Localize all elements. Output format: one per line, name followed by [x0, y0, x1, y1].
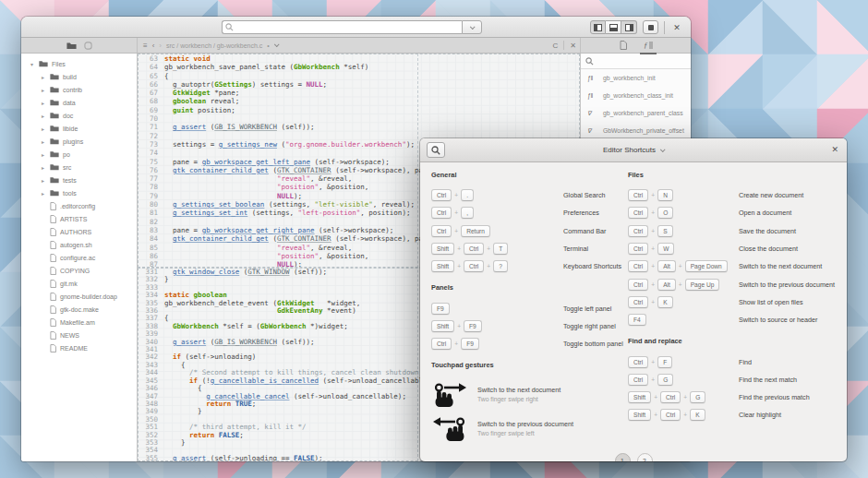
tree-row[interactable]: ▸plugins [21, 135, 137, 148]
tree-row[interactable]: gnome-builder.doap [21, 290, 137, 303]
key-combo: Ctrl+Return [431, 225, 563, 237]
toggle-bottom-panel-button[interactable] [606, 20, 621, 34]
tree-row[interactable]: ▸libide [21, 122, 137, 135]
shortcut-label: Command Bar [563, 227, 606, 235]
variable-icon: ∇ [587, 110, 599, 117]
section-title: General [431, 166, 617, 181]
tree-row[interactable]: gtk-doc.make [21, 303, 137, 316]
symbol-row[interactable]: ƒ‖gb_workbench_class_init [581, 87, 691, 104]
tree-row[interactable]: ▸build [21, 70, 137, 83]
plus-separator: + [651, 245, 655, 252]
tree-row[interactable]: ▸tests [21, 173, 137, 186]
keycap: Ctrl [628, 189, 648, 201]
tab-documents[interactable] [618, 38, 629, 53]
close-view-button[interactable]: ✕ [570, 42, 576, 50]
line-number: 74 [139, 149, 163, 157]
code-line: 69 guint position; [139, 106, 579, 114]
expander-icon[interactable]: ▸ [40, 87, 46, 93]
keycap: G [657, 374, 673, 386]
symbol-row[interactable]: ∇gb_workbench_parent_class [581, 104, 691, 122]
tree-row[interactable]: ARTISTS [21, 212, 137, 225]
tree-label: contrib [63, 87, 82, 93]
symbols-panel-header: ƒ [580, 38, 691, 53]
code-text: pane = gb_workspace_get_left_pane (self-… [163, 158, 390, 166]
toggle-right-panel-button[interactable] [621, 20, 637, 34]
expander-icon[interactable]: ▸ [40, 125, 46, 132]
section-title: Touchpad gestures [431, 353, 617, 371]
tree-row[interactable]: COPYING [21, 264, 137, 277]
symbol-row[interactable]: ƒ‖gb_workbench_init [581, 69, 691, 87]
window-close-button[interactable]: ✕ [670, 23, 683, 32]
gesture-text: Switch to the previous documentTwo finge… [477, 420, 573, 436]
breadcrumb[interactable]: src / workbench / gb-workbench.c [166, 42, 262, 49]
expander-icon[interactable]: ▸ [40, 138, 46, 145]
search-dropdown-button[interactable] [462, 20, 482, 34]
tree-row[interactable]: Makefile.am [21, 316, 137, 329]
keycap: F4 [628, 314, 646, 326]
tree-row[interactable]: ▸contrib [21, 83, 137, 96]
keycap: Ctrl [628, 225, 648, 237]
tree-label: Makefile.am [60, 319, 95, 326]
tree-label: ARTISTS [60, 216, 87, 222]
tree-row[interactable]: ▸tools [21, 186, 137, 199]
nav-forward-icon[interactable]: › [159, 42, 162, 50]
plus-separator: + [454, 228, 458, 234]
tree-row-root[interactable]: ▾Files [21, 57, 137, 70]
tree-row[interactable]: NEWS [21, 329, 137, 341]
expander-icon[interactable]: ▸ [40, 190, 46, 197]
app-menu-button[interactable] [643, 20, 658, 34]
code-text: GdkEventAny *event) [163, 307, 356, 315]
search-input[interactable] [222, 20, 462, 34]
project-tree-icon[interactable] [66, 42, 77, 50]
dialog-title: Editor Shortcuts [603, 146, 656, 154]
view-menu-icon[interactable]: ≡ [143, 42, 148, 50]
shortcut-row: Ctrl+ReturnCommand Bar [431, 222, 617, 240]
document-icon [620, 41, 627, 50]
tree-row[interactable]: README [21, 341, 137, 354]
line-number: 69 [139, 106, 163, 114]
code-text: g_assert (self->unloading == FALSE); [163, 455, 323, 461]
tree-row[interactable]: AUTHORS [21, 225, 137, 238]
keycap: Ctrl [628, 207, 648, 219]
breadcrumb-chevron-icon[interactable] [274, 42, 280, 47]
page-button-2[interactable]: 2 [637, 453, 653, 461]
gesture-text: Switch to the next documentTwo finger sw… [477, 386, 561, 402]
tree-row[interactable]: configure.ac [21, 251, 137, 264]
file-icon [50, 254, 56, 262]
tree-label: plugins [63, 138, 83, 145]
expander-icon[interactable]: ▸ [40, 113, 46, 119]
device-icon[interactable] [84, 42, 92, 50]
tree-row[interactable]: autogen.sh [21, 238, 137, 251]
nav-back-icon[interactable]: ‹ [152, 42, 155, 50]
right-panel-icon [625, 24, 633, 31]
folder-icon [50, 189, 59, 197]
toggle-left-panel-button[interactable] [590, 20, 606, 34]
dialog-title-button[interactable]: Editor Shortcuts [603, 146, 664, 154]
dialog-close-button[interactable]: ✕ [831, 145, 838, 154]
keycap: Ctrl [431, 207, 452, 219]
tab-symbols[interactable]: ƒ [642, 38, 655, 53]
symbol-search[interactable] [581, 54, 691, 69]
shortcut-search-button[interactable] [427, 142, 445, 158]
tree-label: gnome-builder.doap [60, 293, 117, 300]
keycap: Shift [431, 243, 454, 255]
expander-icon[interactable]: ▸ [40, 74, 46, 80]
expander-icon[interactable]: ▾ [29, 61, 35, 67]
code-text: settings = g_settings_new ("org.gnome.bu… [163, 140, 415, 149]
tree-row[interactable]: ▸src [21, 161, 137, 173]
menu-icon [648, 25, 654, 30]
keycap: Page Down [685, 260, 728, 272]
expander-icon[interactable]: ▸ [40, 100, 46, 106]
symbol-row[interactable]: ∇GbWorkbench_private_offset [581, 122, 691, 139]
code-line: 71 g_assert (GB_IS_WORKBENCH (self)); [139, 123, 579, 131]
tree-row[interactable]: ▸doc [21, 109, 137, 122]
tree-row[interactable]: git.mk [21, 277, 137, 290]
expander-icon[interactable]: ▸ [40, 177, 46, 184]
expander-icon[interactable]: ▸ [40, 164, 46, 171]
tree-row[interactable]: ▸data [21, 96, 137, 109]
split-view-button[interactable]: C [553, 42, 559, 50]
page-button-1[interactable]: 1 [615, 453, 631, 461]
tree-row[interactable]: ▸po [21, 148, 137, 161]
expander-icon[interactable]: ▸ [40, 151, 46, 158]
tree-row[interactable]: .editorconfig [21, 199, 137, 212]
